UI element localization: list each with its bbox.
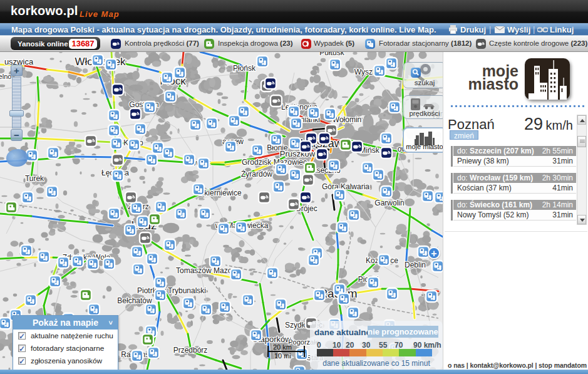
svg-text:Deblin: Deblin: [405, 261, 426, 269]
svg-text:Wołomin: Wołomin: [333, 115, 361, 124]
svg-text:Góra Kalwaria: Góra Kalwaria: [322, 182, 369, 191]
svg-text:Przedbórz: Przedbórz: [173, 346, 208, 355]
svg-text:Garwolin: Garwolin: [374, 199, 404, 207]
svg-text:Grodzisk Mazowiec: Grodzisk Mazowiec: [242, 158, 307, 167]
svg-text:Płońsk: Płońsk: [233, 64, 256, 73]
svg-text:elno: elno: [0, 73, 11, 80]
svg-text:Skierniewice: Skierniewice: [199, 189, 242, 197]
svg-text:Tomaszów Mazow: Tomaszów Mazow: [176, 266, 237, 275]
svg-text:Turek: Turek: [25, 174, 44, 183]
svg-text:Piotrków Trybunalski: Piotrków Trybunalski: [137, 286, 206, 295]
svg-text:Żyrardów: Żyrardów: [241, 170, 272, 179]
svg-text:Pułtusk: Pułtusk: [319, 52, 344, 57]
